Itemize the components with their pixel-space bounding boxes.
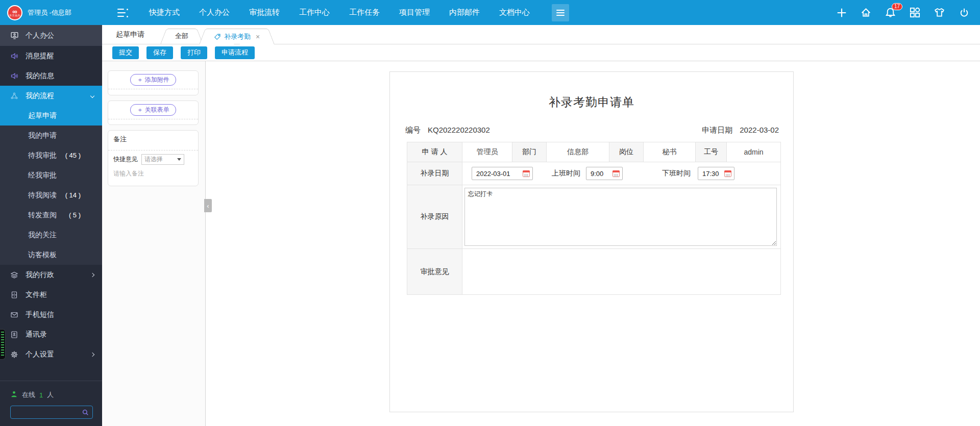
form-area: 补录考勤申请单 编号 KQ202220220302 申请日期 2022-03-0… [206, 61, 980, 426]
menu-item-personal-office[interactable]: 个人办公 [199, 8, 230, 17]
link-form-button[interactable]: ＋ 关联表单 [130, 104, 176, 116]
serial-value: KQ202220220302 [428, 126, 490, 135]
table-row-makeup-date: 补录日期 2022-03-01 上班时间 [407, 162, 781, 185]
navbar-actions: 17 [836, 7, 970, 18]
sidebar-item-my-admin[interactable]: 我的行政 [0, 265, 102, 285]
menu-item-work-tasks[interactable]: 工作任务 [349, 8, 380, 17]
workflow-icon [10, 92, 19, 100]
makeup-date-label: 补录日期 [407, 162, 462, 185]
calendar-icon[interactable] [523, 170, 530, 177]
notification-badge: 17 [892, 3, 902, 10]
menu-item-doc-center[interactable]: 文档中心 [499, 8, 530, 17]
sidebar-item-visitor-template[interactable]: 访客模板 [0, 245, 102, 265]
hamburger-menu-icon[interactable] [552, 4, 569, 21]
search-icon[interactable] [82, 409, 89, 416]
online-unit: 人 [47, 390, 54, 399]
quick-opinion-value: 请选择 [144, 155, 163, 164]
home-icon[interactable] [860, 7, 872, 18]
count-badge: ( 14 ) [65, 191, 81, 199]
opinion-label: 审批意见 [407, 249, 462, 295]
layers-icon [10, 271, 19, 279]
print-button[interactable]: 打印 [181, 46, 207, 59]
panel-collapse-handle[interactable]: ‹ [204, 199, 212, 212]
calendar-icon[interactable] [724, 170, 731, 177]
speaker-icon [10, 52, 19, 60]
sidebar-item-sms[interactable]: 手机短信 [0, 305, 102, 324]
sidebar-item-file-cabinet[interactable]: 文件柜 [0, 285, 102, 305]
sidebar-item-personal-office[interactable]: 个人办公 [0, 25, 102, 46]
sidebar-item-my-applications[interactable]: 我的申请 [0, 126, 102, 145]
sidebar-item-message-alert[interactable]: 消息提醒 [0, 46, 102, 66]
breadcrumb: 起草申请 [116, 30, 144, 39]
sidebar-item-draft-application[interactable]: 起草申请 [0, 106, 102, 126]
form-meta-row: 编号 KQ202220220302 申请日期 2022-03-02 [405, 126, 779, 135]
sidebar-item-label: 我的流程 [26, 91, 54, 101]
brand-logo[interactable]: ∞ 华天动力 [7, 5, 22, 20]
work-start-label: 上班时间 [552, 169, 580, 178]
top-navbar: ∞ 华天动力 管理员 -信息部 快捷方式 个人办公 审批流转 工作中心 工作任务… [0, 0, 980, 25]
add-icon[interactable] [836, 7, 847, 18]
sidebar-item-label: 转发查阅 [28, 211, 57, 220]
menu-item-work-center[interactable]: 工作中心 [299, 8, 330, 17]
online-count: 1 [39, 391, 43, 399]
sidebar-scroll-handle[interactable] [0, 329, 6, 360]
brand-logo-caption: 华天动力 [9, 14, 20, 17]
sidebar-item-label: 待我审批 [28, 151, 57, 160]
sidebar-item-personal-settings[interactable]: 个人设置 [0, 344, 102, 364]
post-value: 秘书 [644, 142, 696, 162]
sidebar-item-label: 个人设置 [26, 350, 54, 359]
chevron-right-icon [90, 272, 94, 277]
work-end-input[interactable]: 17:30 [698, 167, 734, 180]
save-button[interactable]: 保存 [146, 46, 173, 59]
quick-opinion-select[interactable]: 请选择 [141, 154, 184, 165]
sidebar-search-box[interactable] [10, 406, 93, 419]
apps-grid-icon[interactable] [909, 7, 921, 18]
close-icon[interactable]: × [256, 33, 260, 40]
divider [108, 119, 198, 119]
dept-label: 部门 [512, 142, 547, 162]
sidebar-item-pending-my-approval[interactable]: 待我审批 ( 45 ) [0, 145, 102, 165]
tab-attendance-makeup[interactable]: 补录考勤 × [205, 29, 269, 44]
calendar-icon[interactable] [612, 170, 620, 177]
post-label: 岗位 [609, 142, 644, 162]
linked-form-box: ＋ 关联表单 [108, 101, 199, 125]
sidebar-item-label: 通讯录 [26, 330, 47, 339]
contact-card-icon [10, 331, 19, 339]
sidebar-item-my-workflow[interactable]: 我的流程 [0, 86, 102, 106]
form-document: 补录考勤申请单 编号 KQ202220220302 申请日期 2022-03-0… [389, 71, 794, 412]
menu-item-project-mgmt[interactable]: 项目管理 [399, 8, 430, 17]
menu-item-internal-mail[interactable]: 内部邮件 [449, 8, 480, 17]
note-input[interactable] [113, 169, 192, 184]
menu-item-shortcuts[interactable]: 快捷方式 [149, 8, 180, 17]
add-attachment-button[interactable]: ＋ 添加附件 [130, 74, 176, 86]
sidebar-item-pending-my-reading[interactable]: 待我阅读 ( 14 ) [0, 185, 102, 205]
form-toolbar: 提交 保存 打印 申请流程 [102, 44, 980, 61]
applicant-value: 管理员 [462, 142, 512, 162]
table-row-reason: 补录原因 忘记打卡 [407, 185, 781, 249]
tag-icon [214, 33, 221, 40]
sidebar-item-forwarded-review[interactable]: 转发查阅 ( 5 ) [0, 205, 102, 225]
menu-collapse-icon[interactable] [116, 8, 129, 17]
submit-button[interactable]: 提交 [112, 46, 139, 59]
tab-label: 补录考勤 [224, 32, 251, 41]
power-icon[interactable] [958, 7, 970, 18]
sidebar-search-input[interactable] [11, 409, 82, 416]
work-start-value: 9:00 [591, 170, 610, 178]
flow-button[interactable]: 申请流程 [215, 46, 255, 59]
menu-item-approval-flow[interactable]: 审批流转 [249, 8, 280, 17]
work-start-input[interactable]: 9:00 [586, 167, 623, 180]
tab-all[interactable]: 全部 [166, 29, 198, 44]
reason-textarea[interactable]: 忘记打卡 [464, 188, 777, 246]
sidebar-item-approved-by-me[interactable]: 经我审批 [0, 165, 102, 185]
sidebar-item-my-messages[interactable]: 我的信息 [0, 66, 102, 86]
notification-bell-icon[interactable]: 17 [885, 7, 896, 18]
sidebar-item-my-follows[interactable]: 我的关注 [0, 225, 102, 245]
makeup-date-input[interactable]: 2022-03-01 [472, 167, 533, 180]
theme-shirt-icon[interactable] [934, 7, 945, 18]
note-box: 备注 快捷意见 请选择 [108, 130, 199, 186]
workspace: ＋ 添加附件 ＋ 关联表单 备注 快捷意见 请选择 [102, 61, 980, 426]
gear-icon [10, 350, 19, 359]
emp-no-label: 工号 [696, 142, 727, 162]
sidebar: 个人办公 消息提醒 我的信息 [0, 25, 102, 426]
sidebar-item-contacts[interactable]: 通讯录 [0, 324, 102, 344]
